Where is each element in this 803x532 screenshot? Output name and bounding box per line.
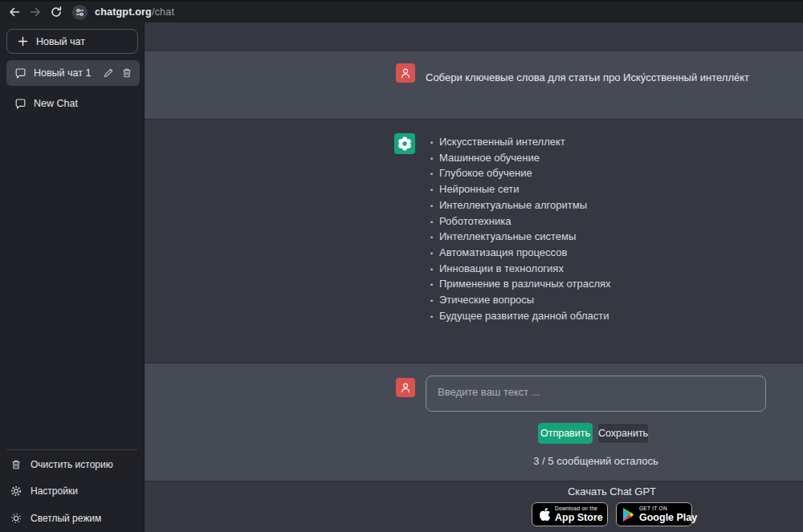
download-footer: Скачать Chat GPT Download on the App Sto… (145, 481, 803, 532)
settings-button[interactable]: Настройки (0, 481, 145, 502)
chat-item-label: New Chat (34, 98, 140, 109)
browser-toolbar: chatgpt.org/chat (0, 0, 803, 22)
user-avatar (396, 378, 415, 397)
google-play-line1: GET IT ON (639, 506, 697, 512)
chat-bubble-icon (14, 98, 26, 110)
keyword-item: Искусственный интеллект (430, 134, 768, 150)
url-host: chatgpt.org (95, 6, 152, 18)
tune-icon (75, 8, 84, 17)
sidebar-divider (6, 449, 138, 450)
keyword-item: Глубокое обучение (430, 165, 768, 181)
keyword-item: Будущее развитие данной области (430, 308, 768, 324)
save-button[interactable]: Сохранить (597, 423, 649, 444)
chat-area: Собери ключевые слова для статьи про Иск… (145, 22, 803, 532)
app-store-line1: Download on the (555, 506, 603, 512)
apple-icon (539, 507, 551, 522)
bot-message-row: Искусственный интеллект Машинное обучени… (145, 120, 803, 363)
back-icon[interactable] (8, 6, 21, 18)
plus-icon (18, 36, 28, 47)
chat-bubble-icon (14, 67, 26, 79)
person-icon (400, 67, 411, 79)
store-badges: Download on the App Store GET IT ON Goog… (491, 502, 733, 526)
user-message-text: Собери ключевые слова для статьи про Иск… (426, 71, 749, 83)
keyword-item: Интеллектуальные системы (430, 229, 768, 245)
keyword-list: Искусственный интеллект Машинное обучени… (430, 134, 768, 323)
keyword-item: Инновации в технологиях (430, 261, 768, 277)
person-icon (400, 382, 411, 394)
chat-header-strip (145, 22, 803, 51)
download-title: Скачать Chat GPT (491, 485, 732, 497)
refresh-icon[interactable] (50, 6, 63, 18)
google-play-line2: Google Play (639, 513, 697, 523)
app-store-line2: App Store (555, 513, 603, 523)
screen: chatgpt.org/chat Новый чат Новый чат 1 (0, 0, 803, 532)
new-chat-button[interactable]: Новый чат (6, 29, 138, 54)
user-avatar (396, 63, 415, 83)
settings-label: Настройки (31, 485, 78, 497)
clear-history-button[interactable]: Очистить историю (0, 454, 145, 475)
user-message-row: Собери ключевые слова для статьи про Иск… (145, 51, 803, 120)
keyword-item: Машинное обучение (430, 150, 768, 166)
delete-icon[interactable] (121, 67, 132, 79)
light-mode-button[interactable]: Светлый режим (0, 508, 145, 529)
keyword-item: Нейронные сети (430, 181, 768, 197)
edit-icon[interactable] (103, 67, 114, 79)
chat-item-label: Новый чат 1 (34, 67, 103, 79)
sidebar-chat-item-1[interactable]: Новый чат 1 (6, 60, 140, 86)
address-bar[interactable]: chatgpt.org/chat (95, 6, 174, 18)
site-info-button[interactable] (72, 5, 88, 20)
send-button[interactable]: Отправить (538, 423, 593, 444)
message-input[interactable] (426, 376, 766, 412)
bot-avatar (394, 133, 415, 154)
sidebar: Новый чат Новый чат 1 New Chat (0, 22, 145, 532)
google-play-badge[interactable]: GET IT ON Google Play (616, 502, 692, 526)
openai-logo-icon (397, 136, 413, 152)
app-store-badge[interactable]: Download on the App Store (532, 502, 608, 526)
clear-history-label: Очистить историю (31, 459, 113, 470)
trash-icon (10, 459, 22, 470)
url-path: /chat (152, 6, 174, 18)
keyword-item: Этические вопросы (430, 292, 768, 308)
light-mode-label: Светлый режим (31, 513, 101, 524)
new-chat-label: Новый чат (36, 36, 85, 47)
keyword-item: Применение в различных отраслях (430, 276, 768, 292)
sun-icon (10, 513, 22, 524)
sidebar-chat-item-2[interactable]: New Chat (6, 91, 140, 116)
keyword-item: Интеллектуальные алгоритмы (430, 197, 768, 213)
forward-icon[interactable] (29, 6, 42, 18)
composer-row: Отправить Сохранить 3 / 5 сообщений оста… (145, 363, 803, 481)
google-play-icon (623, 508, 635, 522)
keyword-item: Автоматизация процессов (430, 245, 768, 261)
keyword-item: Робототехника (430, 213, 768, 229)
message-quota-text: 3 / 5 сообщений осталось (426, 455, 766, 467)
gear-icon (10, 485, 22, 497)
